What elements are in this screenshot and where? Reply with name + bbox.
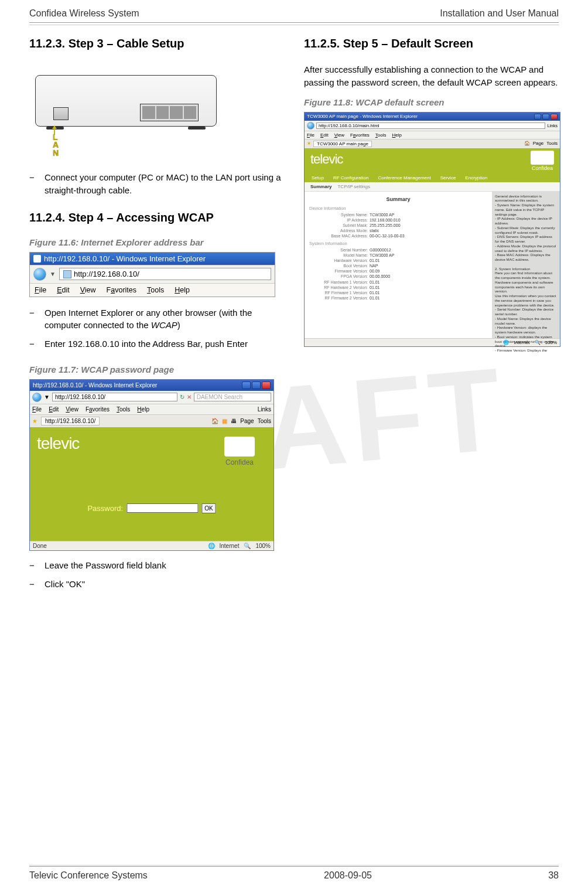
print-icon[interactable]: 🖶 [231, 418, 237, 424]
kv-value: G00000012 [370, 247, 391, 253]
menu-edit[interactable]: Edit [320, 132, 329, 138]
kv-key: RF Firmware 1 Version: [309, 290, 368, 295]
password-label: Password: [87, 504, 123, 513]
back-button[interactable] [307, 122, 314, 130]
kv-value: 255.255.255.000 [370, 223, 401, 228]
ie-title-text: http://192.168.0.10/ - Windows Internet … [44, 254, 206, 263]
dropdown-icon[interactable]: ▼ [44, 394, 50, 400]
menu-favorites[interactable]: Favorites [86, 406, 110, 413]
browser-tab[interactable]: TCW3000 AP main page [313, 141, 372, 147]
menu-tools[interactable]: Tools [375, 132, 387, 138]
menu-file[interactable]: File [307, 132, 314, 138]
kv-row: Model Name:TCW3000 AP [309, 253, 487, 258]
kv-value: 01.01 [370, 280, 380, 285]
menu-tools[interactable]: Tools [117, 406, 130, 413]
back-button[interactable] [32, 393, 42, 402]
maximize-button[interactable] [542, 114, 549, 120]
kv-key: Serial Number: [309, 247, 368, 253]
password-input[interactable] [127, 503, 198, 513]
tab-encryption[interactable]: Encryption [465, 175, 487, 180]
page-menu[interactable]: Page [533, 141, 544, 147]
default-main-area: Summary Device Information System Name:T… [305, 192, 560, 338]
address-value: http://192.168.0.10/ [74, 270, 139, 278]
menu-view[interactable]: View [66, 406, 78, 413]
kv-value: 00.00.0000 [370, 274, 390, 279]
header-right: Installation and User Manual [440, 8, 559, 19]
links-label[interactable]: Links [258, 406, 271, 413]
search-input[interactable]: DAEMON Search [194, 393, 271, 401]
default-menu-bar: File Edit View Favorites Tools Help [305, 131, 560, 139]
tab-setup[interactable]: Setup [312, 175, 324, 180]
close-button[interactable] [262, 382, 271, 389]
kv-key: IP Address: [309, 217, 368, 223]
menu-file[interactable]: File [35, 286, 46, 294]
tab-service[interactable]: Service [440, 175, 456, 180]
kv-row: Address Mode:static [309, 228, 487, 233]
tab-rf-config[interactable]: RF Configuration [333, 175, 368, 180]
footer-left: Televic Conference Systems [29, 870, 148, 881]
browser-tab[interactable]: http://192.168.0.10/ [41, 417, 100, 425]
menu-help[interactable]: Help [392, 132, 402, 138]
favorites-icon[interactable]: ★ [32, 418, 37, 424]
tools-menu[interactable]: Tools [546, 141, 558, 147]
confidea-text: Confidea [531, 165, 554, 171]
default-green-band: televic Confidea Setup RF Configuration … [305, 148, 560, 182]
confidea-text: Confidea [215, 458, 264, 466]
menu-file[interactable]: File [32, 406, 42, 413]
left-column: 11.2.3. Step 3 – Cable Setup L A N Conne… [29, 37, 284, 604]
status-zoom: 100% [255, 543, 271, 549]
list-item: Leave the Password field blank [45, 559, 284, 572]
address-input[interactable]: http://192.168.0.10/ [59, 268, 271, 280]
internet-zone-icon: 🌐 [503, 340, 509, 345]
kv-value: static [370, 228, 379, 233]
back-button[interactable] [33, 268, 46, 281]
refresh-icon[interactable]: ↻ [180, 394, 184, 400]
search-placeholder: DAEMON Search [197, 394, 242, 400]
address-input[interactable]: http://192.168.0.10/main.html [316, 122, 545, 129]
menu-favorites[interactable]: Favorites [350, 132, 370, 138]
ok-button[interactable]: OK [201, 503, 216, 513]
home-icon[interactable]: 🏠 [211, 418, 218, 424]
home-icon[interactable]: 🏠 [524, 141, 530, 147]
page-icon [63, 270, 71, 278]
menu-tools[interactable]: Tools [147, 286, 164, 294]
menu-favorites[interactable]: Favorites [107, 286, 136, 294]
feed-icon[interactable]: ▦ [222, 418, 227, 424]
page-menu[interactable]: Page [240, 418, 254, 424]
window-controls [242, 382, 271, 389]
menu-view[interactable]: View [334, 132, 344, 138]
search-icon[interactable]: ✕ [187, 394, 192, 400]
minimize-button[interactable] [534, 114, 541, 120]
step4-list-a: Open Internet Explorer or any other brow… [29, 306, 284, 350]
maximize-button[interactable] [252, 382, 261, 389]
menu-help[interactable]: Help [137, 406, 149, 413]
kv-key: Firmware Version: [309, 268, 368, 274]
status-bar: Done 🌐 Internet 🔍 100% [30, 541, 274, 550]
address-input[interactable]: http://192.168.0.10/ [52, 393, 177, 401]
menu-edit[interactable]: Edit [57, 286, 70, 294]
subnav-tcpip[interactable]: TCP/IP settings [337, 184, 370, 189]
links-label[interactable]: Links [547, 123, 558, 128]
kv-row: System Name:TCW3000 AP [309, 212, 487, 217]
figure-ie-addressbar: http://192.168.0.10/ - Windows Internet … [29, 252, 275, 297]
summary-center: Summary Device Information System Name:T… [305, 192, 492, 338]
dropdown-icon[interactable]: ▼ [50, 271, 56, 277]
pwd-title-text: http://192.168.0.10/ - Windows Internet … [33, 382, 157, 389]
page-header: Confidea Wireless System Installation an… [29, 0, 559, 23]
close-button[interactable] [551, 114, 558, 120]
minimize-button[interactable] [242, 382, 251, 389]
menu-help[interactable]: Help [175, 286, 190, 294]
nav-tabs: Setup RF Configuration Conference Manage… [312, 175, 487, 180]
zoom-icon[interactable]: 🔍 [244, 543, 251, 549]
favorites-icon[interactable]: ★ [307, 141, 311, 147]
zoom-icon[interactable]: 🔍 [535, 340, 541, 345]
menu-view[interactable]: View [80, 286, 96, 294]
kv-key: Boot Version: [309, 263, 368, 268]
pwd-addr-row: ▼ http://192.168.0.10/ ↻ ✕ DAEMON Search [30, 391, 274, 404]
subnav-summary[interactable]: Summary [310, 184, 331, 189]
kv-value: TCW3000 AP [370, 253, 394, 258]
tools-menu[interactable]: Tools [258, 418, 271, 424]
tab-conference-mgmt[interactable]: Conference Management [378, 175, 430, 180]
kv-row: RF Hardware 2 Version:01.01 [309, 285, 487, 290]
menu-edit[interactable]: Edit [49, 406, 59, 413]
